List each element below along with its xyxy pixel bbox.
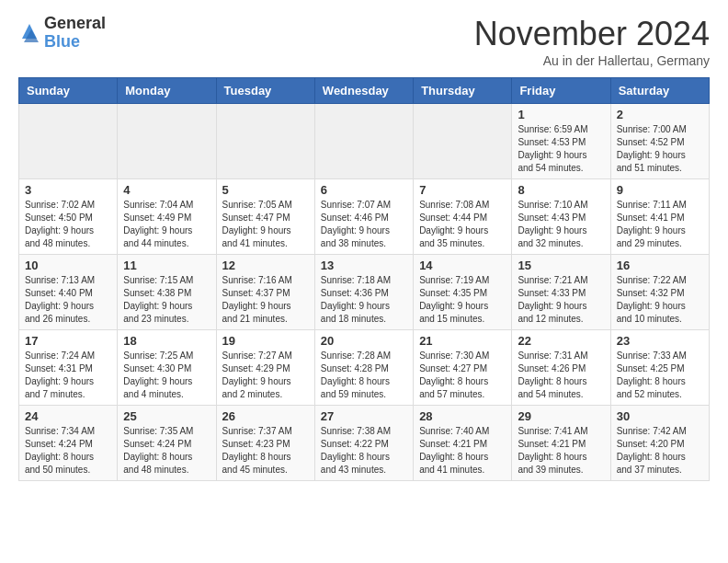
day-info: Sunrise: 7:40 AM Sunset: 4:21 PM Dayligh… [419, 425, 506, 477]
day-number: 23 [617, 334, 703, 348]
day-number: 7 [419, 183, 506, 197]
calendar-cell: 6Sunrise: 7:07 AM Sunset: 4:46 PM Daylig… [314, 179, 413, 255]
logo-general: General [44, 15, 106, 33]
day-info: Sunrise: 7:10 AM Sunset: 4:43 PM Dayligh… [518, 199, 604, 250]
header: General Blue November 2024 Au in der Hal… [18, 15, 710, 68]
day-number: 20 [321, 334, 407, 348]
calendar-cell: 19Sunrise: 7:27 AM Sunset: 4:29 PM Dayli… [216, 330, 314, 406]
day-number: 11 [123, 259, 210, 272]
day-info: Sunrise: 7:27 AM Sunset: 4:29 PM Dayligh… [222, 350, 309, 401]
header-row: SundayMondayTuesdayWednesdayThursdayFrid… [19, 78, 710, 104]
calendar-cell: 23Sunrise: 7:33 AM Sunset: 4:25 PM Dayli… [610, 330, 709, 406]
day-number: 13 [321, 259, 407, 272]
day-info: Sunrise: 7:08 AM Sunset: 4:44 PM Dayligh… [419, 199, 506, 250]
day-info: Sunrise: 7:04 AM Sunset: 4:49 PM Dayligh… [123, 199, 210, 250]
day-number: 9 [617, 183, 703, 197]
calendar-cell: 4Sunrise: 7:04 AM Sunset: 4:49 PM Daylig… [118, 179, 216, 255]
day-number: 28 [419, 409, 506, 423]
calendar-week: 1Sunrise: 6:59 AM Sunset: 4:53 PM Daylig… [19, 104, 710, 179]
day-number: 25 [123, 409, 210, 423]
calendar-cell: 30Sunrise: 7:42 AM Sunset: 4:20 PM Dayli… [610, 406, 709, 481]
calendar-cell: 12Sunrise: 7:16 AM Sunset: 4:37 PM Dayli… [216, 255, 314, 330]
calendar-cell: 28Sunrise: 7:40 AM Sunset: 4:21 PM Dayli… [414, 406, 512, 481]
month-title: November 2024 [474, 15, 710, 53]
logo: General Blue [18, 15, 106, 52]
page: General Blue November 2024 Au in der Hal… [0, 0, 728, 496]
day-info: Sunrise: 7:41 AM Sunset: 4:21 PM Dayligh… [518, 425, 604, 477]
calendar-cell: 5Sunrise: 7:05 AM Sunset: 4:47 PM Daylig… [216, 179, 314, 255]
calendar-cell [118, 104, 216, 179]
weekday-header: Tuesday [216, 78, 314, 104]
day-info: Sunrise: 7:22 AM Sunset: 4:32 PM Dayligh… [617, 274, 703, 326]
day-number: 17 [25, 334, 111, 348]
calendar-cell: 18Sunrise: 7:25 AM Sunset: 4:30 PM Dayli… [118, 330, 216, 406]
calendar-week: 24Sunrise: 7:34 AM Sunset: 4:24 PM Dayli… [19, 406, 710, 481]
day-number: 18 [123, 334, 210, 348]
logo-blue: Blue [44, 33, 106, 52]
day-number: 2 [617, 108, 703, 121]
day-info: Sunrise: 7:18 AM Sunset: 4:36 PM Dayligh… [321, 274, 407, 326]
day-info: Sunrise: 7:13 AM Sunset: 4:40 PM Dayligh… [25, 274, 111, 326]
day-info: Sunrise: 7:11 AM Sunset: 4:41 PM Dayligh… [617, 199, 703, 250]
day-info: Sunrise: 7:07 AM Sunset: 4:46 PM Dayligh… [321, 199, 407, 250]
calendar-cell: 22Sunrise: 7:31 AM Sunset: 4:26 PM Dayli… [512, 330, 610, 406]
calendar-cell: 26Sunrise: 7:37 AM Sunset: 4:23 PM Dayli… [216, 406, 314, 481]
day-info: Sunrise: 7:34 AM Sunset: 4:24 PM Dayligh… [25, 425, 111, 477]
day-info: Sunrise: 7:25 AM Sunset: 4:30 PM Dayligh… [123, 350, 210, 401]
calendar-cell: 21Sunrise: 7:30 AM Sunset: 4:27 PM Dayli… [414, 330, 512, 406]
day-number: 19 [222, 334, 309, 348]
day-number: 27 [321, 409, 407, 423]
calendar-cell: 3Sunrise: 7:02 AM Sunset: 4:50 PM Daylig… [19, 179, 118, 255]
calendar-cell: 2Sunrise: 7:00 AM Sunset: 4:52 PM Daylig… [610, 104, 709, 179]
calendar-cell: 8Sunrise: 7:10 AM Sunset: 4:43 PM Daylig… [512, 179, 610, 255]
day-info: Sunrise: 7:05 AM Sunset: 4:47 PM Dayligh… [222, 199, 309, 250]
location: Au in der Hallertau, Germany [474, 53, 710, 68]
day-number: 29 [518, 409, 604, 423]
day-number: 6 [321, 183, 407, 197]
calendar-cell: 13Sunrise: 7:18 AM Sunset: 4:36 PM Dayli… [314, 255, 413, 330]
day-info: Sunrise: 7:31 AM Sunset: 4:26 PM Dayligh… [518, 350, 604, 401]
day-number: 16 [617, 259, 703, 272]
logo-text: General Blue [44, 15, 106, 52]
calendar-cell [216, 104, 314, 179]
calendar-cell: 24Sunrise: 7:34 AM Sunset: 4:24 PM Dayli… [19, 406, 118, 481]
calendar-cell: 10Sunrise: 7:13 AM Sunset: 4:40 PM Dayli… [19, 255, 118, 330]
calendar-cell: 16Sunrise: 7:22 AM Sunset: 4:32 PM Dayli… [610, 255, 709, 330]
day-number: 24 [25, 409, 111, 423]
day-info: Sunrise: 7:38 AM Sunset: 4:22 PM Dayligh… [321, 425, 407, 477]
day-number: 5 [222, 183, 309, 197]
day-number: 10 [25, 259, 111, 272]
calendar-cell [314, 104, 413, 179]
day-info: Sunrise: 7:16 AM Sunset: 4:37 PM Dayligh… [222, 274, 309, 326]
calendar-header: SundayMondayTuesdayWednesdayThursdayFrid… [19, 78, 710, 104]
day-info: Sunrise: 7:15 AM Sunset: 4:38 PM Dayligh… [123, 274, 210, 326]
weekday-header: Sunday [19, 78, 118, 104]
day-info: Sunrise: 7:35 AM Sunset: 4:24 PM Dayligh… [123, 425, 210, 477]
day-number: 8 [518, 183, 604, 197]
calendar: SundayMondayTuesdayWednesdayThursdayFrid… [18, 77, 710, 481]
day-info: Sunrise: 7:37 AM Sunset: 4:23 PM Dayligh… [222, 425, 309, 477]
calendar-week: 3Sunrise: 7:02 AM Sunset: 4:50 PM Daylig… [19, 179, 710, 255]
calendar-week: 10Sunrise: 7:13 AM Sunset: 4:40 PM Dayli… [19, 255, 710, 330]
calendar-cell [19, 104, 118, 179]
logo-icon [18, 22, 40, 44]
day-number: 22 [518, 334, 604, 348]
calendar-cell: 11Sunrise: 7:15 AM Sunset: 4:38 PM Dayli… [118, 255, 216, 330]
calendar-body: 1Sunrise: 6:59 AM Sunset: 4:53 PM Daylig… [19, 104, 710, 481]
day-number: 1 [518, 108, 604, 121]
weekday-header: Thursday [414, 78, 512, 104]
day-info: Sunrise: 7:00 AM Sunset: 4:52 PM Dayligh… [617, 123, 703, 175]
weekday-header: Friday [512, 78, 610, 104]
day-number: 30 [617, 409, 703, 423]
calendar-cell: 14Sunrise: 7:19 AM Sunset: 4:35 PM Dayli… [414, 255, 512, 330]
day-number: 12 [222, 259, 309, 272]
calendar-cell [414, 104, 512, 179]
day-number: 21 [419, 334, 506, 348]
day-number: 4 [123, 183, 210, 197]
calendar-cell: 27Sunrise: 7:38 AM Sunset: 4:22 PM Dayli… [314, 406, 413, 481]
day-info: Sunrise: 7:42 AM Sunset: 4:20 PM Dayligh… [617, 425, 703, 477]
day-number: 3 [25, 183, 111, 197]
day-info: Sunrise: 7:19 AM Sunset: 4:35 PM Dayligh… [419, 274, 506, 326]
day-info: Sunrise: 7:24 AM Sunset: 4:31 PM Dayligh… [25, 350, 111, 401]
calendar-cell: 1Sunrise: 6:59 AM Sunset: 4:53 PM Daylig… [512, 104, 610, 179]
